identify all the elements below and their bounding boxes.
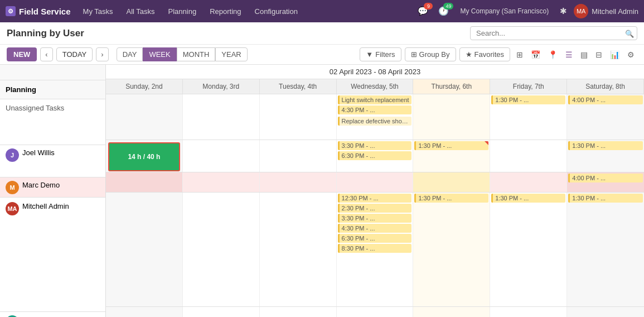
event-mitchell-830[interactable]: 8:30 PM - ... <box>338 244 412 253</box>
app-name: Field Service <box>19 7 71 16</box>
event-mitchell-1230[interactable]: 12:30 PM - ... <box>338 194 412 203</box>
calendar-grid: 02 April 2023 - 08 April 2023 Sunday, 2n… <box>106 65 644 317</box>
cell-unassigned-sun <box>106 94 183 140</box>
event-mitchell-630[interactable]: 6:30 PM - ... <box>338 234 412 243</box>
joel-name: Joel Willis <box>22 148 55 157</box>
search-icon[interactable]: 🔍 <box>625 29 634 37</box>
nav-my-tasks[interactable]: My Tasks <box>78 5 119 18</box>
nav-configuration[interactable]: Configuration <box>249 5 303 18</box>
settings-view-btn[interactable]: ⚙ <box>624 49 637 61</box>
event-joel-thu-130[interactable]: 1:30 PM - ... <box>414 141 488 150</box>
cell-mitchell-sat: 1:30 PM - ... <box>567 193 644 306</box>
col-sun: Sunday, 2nd <box>106 79 183 94</box>
event-joel-630[interactable]: 6:30 PM - ... <box>338 151 412 160</box>
date-range-label: 02 April 2023 - 08 April 2023 <box>106 65 644 79</box>
chat-badge: 9 <box>424 3 433 9</box>
user-avatar: MA <box>574 4 588 18</box>
event-mitchell-thu-130[interactable]: 1:30 PM - ... <box>414 194 488 203</box>
planning-column-header: Planning <box>0 80 105 99</box>
prev-button[interactable]: ‹ <box>40 47 52 61</box>
col-fri: Friday, 7th <box>490 79 567 94</box>
settings-icon-btn[interactable]: ✱ <box>556 4 570 18</box>
next-button[interactable]: › <box>96 47 108 61</box>
map-view-btn[interactable]: 📍 <box>545 49 560 61</box>
cell-marc-fri <box>490 172 567 192</box>
cell-marc-mon <box>183 172 260 192</box>
marc-avatar: M <box>6 181 19 194</box>
mitchell-name: Mitchell Admin <box>22 202 69 210</box>
cell-joel-fri <box>490 140 567 172</box>
activity-icon-btn[interactable]: 🕐 49 <box>435 4 452 18</box>
user-row-joel: J Joel Willis <box>0 145 105 177</box>
cell-test-tue <box>260 307 337 317</box>
cell-test-fri <box>490 307 567 317</box>
cell-mitchell-mon <box>183 193 260 306</box>
chart-view-btn[interactable]: 📊 <box>607 49 622 61</box>
event-mitchell-sat-130[interactable]: 1:30 PM - ... <box>568 194 643 203</box>
user-menu[interactable]: MA Mitchell Admin <box>574 4 638 18</box>
cell-test-sun <box>106 307 183 317</box>
search-container: 🔍 <box>470 26 637 40</box>
list-view-btn[interactable]: ☰ <box>563 49 575 61</box>
nav-all-tasks[interactable]: All Tasks <box>121 5 161 18</box>
filters-button[interactable]: ▼ Filters <box>360 47 401 61</box>
date-headers: Sunday, 2nd Monday, 3rd Tuesday, 4th Wed… <box>106 79 644 94</box>
nav-reporting[interactable]: Reporting <box>204 5 246 18</box>
joel-green-block[interactable]: 14 h / 40 h <box>108 142 180 171</box>
unassigned-label: Unassigned Tasks <box>6 104 64 112</box>
user-row-marc: M Marc Demo <box>0 177 105 198</box>
cell-unassigned-fri: 1:30 PM - ... <box>490 94 567 140</box>
view-year-btn[interactable]: YEAR <box>215 47 247 61</box>
group-by-button[interactable]: ⊞ Group By <box>405 47 456 61</box>
user-list-column: Planning Unassigned Tasks J Joel Willis … <box>0 65 106 317</box>
today-button[interactable]: TODAY <box>56 47 93 61</box>
event-mitchell-330[interactable]: 3:30 PM - ... <box>338 214 412 223</box>
event-mitchell-430[interactable]: 4:30 PM - ... <box>338 224 412 233</box>
event-4-30[interactable]: 4:30 PM - ... <box>338 105 412 114</box>
favorites-button[interactable]: ★ Favorites <box>459 47 510 61</box>
cell-joel-sat: 1:30 PM - ... <box>567 140 644 172</box>
user-row-test: T Test <box>0 312 105 317</box>
cell-test-thu <box>413 307 490 317</box>
calendar-view-btn[interactable]: 📅 <box>528 49 543 61</box>
event-light-switch[interactable]: Light switch replacement <box>338 95 412 104</box>
chat-icon-btn[interactable]: 💬 9 <box>414 4 432 18</box>
cell-joel-sun: 14 h / 40 h <box>106 140 183 172</box>
event-mitchell-230[interactable]: 2:30 PM - ... <box>338 204 412 213</box>
star-icon: ★ <box>466 50 472 59</box>
joel-avatar: J <box>6 148 19 162</box>
user-row-mitchell: MA Mitchell Admin <box>0 198 105 312</box>
cell-mitchell-fri: 1:30 PM - ... <box>490 193 567 306</box>
search-input[interactable] <box>470 26 637 40</box>
view-day-btn[interactable]: DAY <box>117 47 143 61</box>
kanban-view-btn[interactable]: ⊞ <box>514 49 526 61</box>
event-mitchell-fri-130[interactable]: 1:30 PM - ... <box>491 194 565 203</box>
event-4-00-sat-unassigned[interactable]: 4:00 PM - ... <box>568 95 643 104</box>
event-marc-sat-400[interactable]: 4:00 PM - ... <box>568 174 643 182</box>
calendar-area: Planning Unassigned Tasks J Joel Willis … <box>0 65 644 317</box>
view-buttons: DAY WEEK MONTH YEAR <box>117 47 248 61</box>
marc-grid-row: 4:00 PM - ... <box>106 172 644 193</box>
cell-unassigned-thu <box>413 94 490 140</box>
event-replace-shower[interactable]: Replace defective shower head <box>338 117 412 126</box>
col-wed: Wednesday, 5th <box>337 79 414 94</box>
event-joel-sat-130[interactable]: 1:30 PM - ... <box>568 141 643 150</box>
cell-test-sat <box>567 307 644 317</box>
joel-grid-row: 14 h / 40 h 3:30 PM - ... 6:30 PM - ... … <box>106 140 644 172</box>
nav-planning[interactable]: Planning <box>163 5 202 18</box>
view-week-btn[interactable]: WEEK <box>143 47 176 61</box>
col-sat: Saturday, 8th <box>567 79 644 94</box>
gantt-view-btn[interactable]: ▤ <box>578 49 590 61</box>
new-button[interactable]: NEW <box>7 47 37 61</box>
cell-marc-tue <box>260 172 337 192</box>
event-1-30-fri-unassigned[interactable]: 1:30 PM - ... <box>491 95 565 104</box>
view-month-btn[interactable]: MONTH <box>177 47 216 61</box>
table-view-btn[interactable]: ⊟ <box>593 49 605 61</box>
cell-mitchell-tue <box>260 193 337 306</box>
company-label[interactable]: My Company (San Francisco) <box>456 7 553 15</box>
mitchell-avatar: MA <box>6 202 19 215</box>
event-joel-330[interactable]: 3:30 PM - ... <box>338 141 412 150</box>
page-title: Planning by User <box>7 28 454 39</box>
app-brand[interactable]: ⚙ Field Service <box>6 6 71 16</box>
cell-joel-thu: 1:30 PM - ... <box>413 140 490 172</box>
